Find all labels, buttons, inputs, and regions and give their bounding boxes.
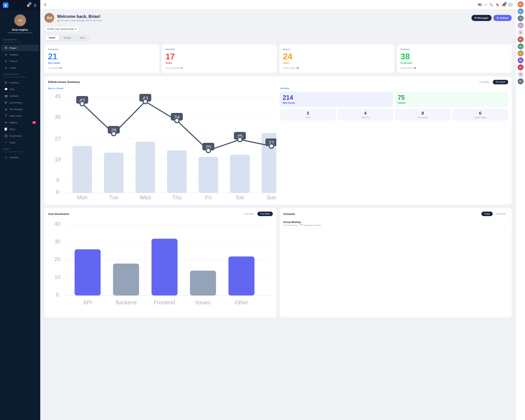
sidebar-item-tasks[interactable]: ✓ Tasks bbox=[1, 139, 39, 146]
task-last-week-button[interactable]: Last Week bbox=[241, 212, 257, 216]
right-user-avatar[interactable]: M bbox=[518, 71, 524, 77]
applications-section-label: APPLICATIONS bbox=[0, 71, 40, 76]
right-user-avatar[interactable]: AL bbox=[518, 22, 524, 28]
task-this-week-button[interactable]: This Week bbox=[257, 212, 273, 216]
stat-title: Features bbox=[401, 48, 508, 51]
fullscreen-icon[interactable]: ⤢ bbox=[484, 3, 487, 7]
profile-name: Brian Hughes bbox=[12, 28, 28, 31]
task-distribution-header: Task Distribution Last Week This Week bbox=[48, 212, 273, 216]
svg-text:Backend: Backend bbox=[116, 299, 136, 306]
sidebar-item-finance[interactable]: $ Finance bbox=[1, 58, 39, 64]
right-user-avatar[interactable]: JR bbox=[518, 15, 524, 21]
schedule-item-meta: 🕐 in 32 minutes 📍 Conference room 1B bbox=[283, 224, 321, 226]
tab-home[interactable]: Home bbox=[45, 35, 59, 40]
app-logo-icon[interactable]: ◆ bbox=[3, 2, 8, 8]
sidebar-item-analytics[interactable]: ◎ Analytics bbox=[1, 51, 39, 58]
dashboards-section-sublabel: Unique dashboard designs bbox=[0, 41, 40, 45]
right-user-avatar[interactable]: TK bbox=[518, 43, 524, 49]
github-issues-section: Github Issues Summary Last Week This Wee… bbox=[45, 76, 512, 205]
sidebar-item-contacts[interactable]: 👥 Contacts bbox=[1, 93, 39, 99]
right-user-avatar[interactable]: GS bbox=[518, 78, 524, 84]
main-area: ☰ 🇺🇸 ⤢ 🔍 🔖 📥 5 💬 BH Welcome back, Brian!… bbox=[40, 0, 516, 420]
card-menu-icon[interactable]: ⋮ bbox=[154, 47, 157, 51]
svg-text:20: 20 bbox=[55, 256, 60, 262]
tabs-container: Home Budget Team bbox=[45, 35, 89, 41]
flag-icon[interactable]: 🇺🇸 bbox=[478, 3, 482, 7]
svg-text:10: 10 bbox=[55, 274, 60, 280]
stat-number: 17 bbox=[166, 52, 273, 61]
right-user-avatar[interactable]: RP bbox=[518, 37, 524, 42]
stat-number: 24 bbox=[283, 52, 391, 61]
pages-section-sublabel: Custom made page designs bbox=[0, 151, 40, 154]
messages-icon[interactable]: 💬 bbox=[508, 3, 512, 7]
svg-text:9: 9 bbox=[56, 177, 59, 183]
right-user-avatar[interactable]: SJ bbox=[518, 50, 524, 56]
online-indicator bbox=[522, 20, 524, 21]
settings-button[interactable]: ⚙ Settings bbox=[493, 15, 512, 21]
ecommerce-icon: 🛒 bbox=[4, 101, 8, 104]
right-user-avatar[interactable]: LN bbox=[518, 64, 524, 70]
svg-point-24 bbox=[112, 131, 116, 136]
last-week-button[interactable]: Last Week bbox=[477, 80, 492, 84]
card-menu-icon[interactable]: ⋮ bbox=[271, 47, 274, 51]
svg-point-30 bbox=[175, 118, 179, 123]
card-menu-icon[interactable]: ⋮ bbox=[389, 47, 392, 51]
needs-triage-number: 6 bbox=[479, 111, 481, 116]
bookmark-icon[interactable]: 🔖 bbox=[496, 3, 499, 7]
sidebar-item-crypto[interactable]: ⊙ Crypto bbox=[1, 65, 39, 71]
schedule-item-info: Group Meeting 🕐 in 32 minutes 📍 Conferen… bbox=[283, 221, 321, 226]
messages-button[interactable]: ✉ Messages bbox=[471, 15, 492, 21]
sidebar-item-label: Analytics bbox=[9, 53, 19, 56]
app-selector[interactable]: ACME Corp. Backend App ▾ bbox=[45, 26, 79, 32]
stat-label: Proposals bbox=[401, 62, 508, 64]
today-button[interactable]: Today bbox=[481, 212, 493, 216]
card-menu-icon[interactable]: ⋮ bbox=[506, 47, 509, 51]
task-week-toggle: Last Week This Week bbox=[241, 212, 273, 216]
search-icon[interactable]: 🔍 bbox=[489, 3, 493, 7]
overview-bottom: 3 Fixed 4 Won't Fix 8 Re-opened 6 bbox=[280, 109, 508, 121]
sidebar-item-ecommerce[interactable]: 🛒 ECommerce › bbox=[1, 99, 39, 106]
sidebar-item-mailbox[interactable]: ✉ Mailbox 27 bbox=[1, 119, 39, 126]
wont-fix-card: 4 Won't Fix bbox=[337, 109, 393, 121]
right-user-avatar[interactable]: KA bbox=[518, 8, 524, 14]
analytics-icon: ◎ bbox=[4, 53, 8, 56]
svg-rect-16 bbox=[199, 157, 218, 193]
sidebar-item-file-manager[interactable]: ☁ File Manager bbox=[1, 106, 39, 112]
hamburger-menu-icon[interactable]: ☰ bbox=[44, 3, 47, 7]
right-user-avatar[interactable]: PM bbox=[518, 57, 524, 63]
sidebar-item-notes[interactable]: 📝 Notes bbox=[1, 126, 39, 132]
right-user-avatar[interactable]: M bbox=[518, 29, 524, 35]
sidebar-item-activities[interactable]: ◷ Activities bbox=[1, 154, 39, 160]
online-indicator bbox=[522, 48, 524, 49]
svg-point-27 bbox=[143, 99, 148, 104]
overview-label: Overview bbox=[280, 87, 508, 90]
notifications-button[interactable]: 🔔 3 bbox=[26, 3, 31, 8]
crypto-icon: ⊙ bbox=[4, 66, 8, 69]
sidebar-item-scrumboard[interactable]: ⬛ Scrumboard bbox=[1, 133, 39, 139]
academy-icon: 🎓 bbox=[4, 81, 8, 84]
envelope-icon: ✉ bbox=[475, 17, 477, 19]
sidebar-item-help-center[interactable]: ❓ Help Center › bbox=[1, 113, 39, 119]
user-profile-icon[interactable]: 👤 bbox=[33, 3, 38, 8]
stat-label: Open bbox=[283, 62, 391, 64]
schedule-arrow-icon[interactable]: › bbox=[507, 222, 508, 225]
tab-budget[interactable]: Budget bbox=[60, 35, 75, 40]
stats-grid: Summary ⋮ 21 Due Tasks Completed: 13 Ove… bbox=[45, 45, 512, 73]
svg-text:45: 45 bbox=[55, 93, 61, 99]
right-user-avatar[interactable]: BH bbox=[518, 1, 524, 7]
sidebar-item-label: Tasks bbox=[9, 141, 15, 144]
sidebar-item-chat[interactable]: 💬 Chat bbox=[1, 86, 39, 93]
svg-rect-14 bbox=[135, 142, 155, 193]
inbox-icon[interactable]: 📥 5 bbox=[502, 3, 506, 7]
tab-team[interactable]: Team bbox=[75, 35, 89, 40]
sidebar-item-project[interactable]: ☰ Project bbox=[1, 45, 39, 51]
this-week-button[interactable]: This Week bbox=[493, 80, 508, 84]
svg-text:Thu: Thu bbox=[172, 195, 182, 200]
profile-section: BH Brian Hughes hughes.brian@company.com bbox=[0, 10, 40, 37]
sidebar-item-label: Scrumboard bbox=[9, 135, 22, 137]
sidebar-item-academy[interactable]: 🎓 Academy bbox=[1, 79, 39, 86]
mailbox-icon: ✉ bbox=[4, 121, 8, 124]
tomorrow-button[interactable]: Tomorrow bbox=[493, 212, 508, 216]
schedule-item-title: Group Meeting bbox=[283, 221, 321, 224]
svg-text:18: 18 bbox=[55, 157, 61, 163]
